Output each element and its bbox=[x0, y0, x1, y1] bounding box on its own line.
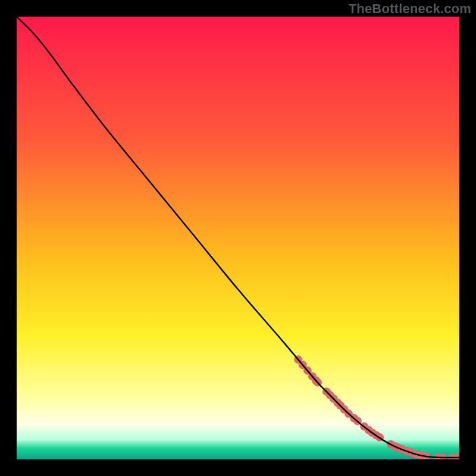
chart-frame: TheBottleneck.com bbox=[0, 0, 476, 476]
plot-svg bbox=[17, 17, 459, 459]
gradient-background bbox=[17, 17, 459, 459]
watermark-text: TheBottleneck.com bbox=[349, 1, 471, 17]
plot-area bbox=[17, 17, 459, 459]
